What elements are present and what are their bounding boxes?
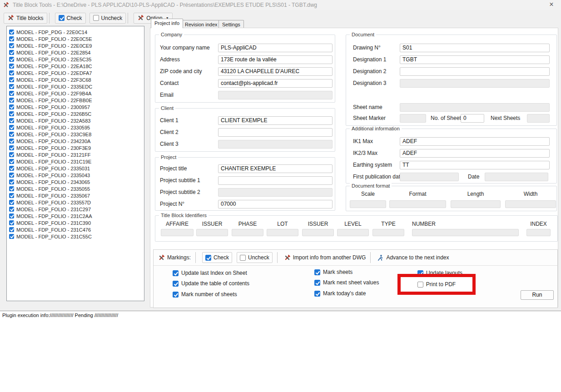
model-checkbox[interactable] xyxy=(9,166,14,171)
model-checkbox[interactable] xyxy=(9,30,14,35)
model-checkbox[interactable] xyxy=(9,70,14,75)
close-icon[interactable]: × xyxy=(546,0,556,10)
model-checkbox[interactable] xyxy=(9,125,14,130)
checkbox-update-toc[interactable] xyxy=(173,281,179,287)
model-list-item[interactable]: MODEL - FDP_FOLIO - 231C390 xyxy=(7,219,144,226)
model-list-item[interactable]: MODEL - FDP_FOLIO - 22E0C5E xyxy=(7,35,144,42)
ik1-max-input[interactable]: ADEF xyxy=(400,137,550,146)
option-update-toc[interactable]: Update the table of contents xyxy=(173,280,249,287)
checkbox-mark-sheets[interactable] xyxy=(314,269,320,275)
model-list-item[interactable]: MODEL - FDP_FOLIO - 2335043 xyxy=(7,172,144,179)
drawing-number-input[interactable]: S01 xyxy=(400,44,550,52)
ik23-max-input[interactable]: ADEF xyxy=(400,149,550,158)
model-checkbox[interactable] xyxy=(9,104,14,109)
model-checkbox[interactable] xyxy=(9,186,14,191)
model-checkbox[interactable] xyxy=(9,227,14,232)
check-all-button[interactable]: Check xyxy=(55,13,86,24)
model-list[interactable]: MODEL - FDP_PDG - 22E0C14MODEL - FDP_FOL… xyxy=(6,26,144,301)
model-list-item[interactable]: MODEL - FDP_FOLIO - 234230A xyxy=(7,138,144,144)
model-list-item[interactable]: MODEL - FDP_FOLIO - 22EDFA7 xyxy=(7,69,144,76)
client2-input[interactable] xyxy=(218,128,333,137)
model-list-item[interactable]: MODEL - FDP_FOLIO - 2300957 xyxy=(7,104,144,110)
model-list-item[interactable]: MODEL - FDP_FOLIO - 2335067 xyxy=(7,192,144,199)
model-list-item[interactable]: MODEL - FDP_FOLIO - 2326B5C xyxy=(7,110,144,117)
model-list-item[interactable]: MODEL - FDP_FOLIO - 2335031 xyxy=(7,165,144,172)
model-list-item[interactable]: MODEL - FDP_FOLIO - 22E5C35 xyxy=(7,56,144,63)
model-checkbox[interactable] xyxy=(9,207,14,212)
address-input[interactable]: 173E route de la vallée xyxy=(218,55,333,64)
project-subtitle1-input[interactable] xyxy=(218,176,333,185)
model-list-item[interactable]: MODEL - FDP_FOLIO - 231C476 xyxy=(7,226,144,233)
model-checkbox[interactable] xyxy=(9,159,14,164)
model-checkbox[interactable] xyxy=(9,64,14,69)
model-list-item[interactable]: MODEL - FDP_FOLIO - 2343065 xyxy=(7,179,144,185)
option-mark-number-of-sheets[interactable]: Mark number of sheets xyxy=(173,291,237,298)
uncheck-all-checkbox[interactable] xyxy=(93,15,99,21)
model-checkbox[interactable] xyxy=(9,152,14,157)
model-checkbox[interactable] xyxy=(9,200,14,205)
model-checkbox[interactable] xyxy=(9,77,14,82)
no-of-sheets-input[interactable]: 0 xyxy=(461,114,484,123)
model-checkbox[interactable] xyxy=(9,84,14,89)
model-list-item[interactable]: MODEL - FDP_FOLIO - 2335EDC xyxy=(7,83,144,90)
option-mark-todays-date[interactable]: Mark today's date xyxy=(314,290,366,297)
model-checkbox[interactable] xyxy=(9,179,14,184)
model-list-item[interactable]: MODEL - FDP_FOLIO - 2330595 xyxy=(7,124,144,131)
checkbox-mark-next-sheet-values[interactable] xyxy=(314,280,320,286)
model-list-item[interactable]: MODEL - FDP_FOLIO - 233C9E8 xyxy=(7,131,144,138)
model-list-item[interactable]: MODEL - FDP_FOLIO - 22EA18C xyxy=(7,63,144,69)
model-list-item[interactable]: MODEL - FDP_FOLIO - 230F3E9 xyxy=(7,144,144,151)
model-checkbox[interactable] xyxy=(9,43,14,48)
contact-input[interactable]: contact@pls-applicad.fr xyxy=(218,79,333,88)
earthing-system-input[interactable]: TT xyxy=(400,161,550,169)
model-list-item[interactable]: MODEL - FDP_FOLIO - 231C19E xyxy=(7,158,144,165)
run-button[interactable]: Run xyxy=(521,290,554,300)
option-update-last-index[interactable]: Update last Index on Sheet xyxy=(173,270,247,276)
project-title-input[interactable]: CHANTIER EXEMPLE xyxy=(218,164,333,173)
model-checkbox[interactable] xyxy=(9,57,14,62)
markings-uncheck-checkbox[interactable] xyxy=(240,255,246,261)
designation2-input[interactable] xyxy=(400,67,550,76)
checkbox-print-to-pdf[interactable] xyxy=(417,282,423,288)
model-list-item[interactable]: MODEL - FDP_FOLIO - 22F3C68 xyxy=(7,76,144,83)
model-list-item[interactable]: MODEL - FDP_PDG - 22E0C14 xyxy=(7,29,144,35)
uncheck-all-button[interactable]: Uncheck xyxy=(89,13,126,24)
model-list-item[interactable]: MODEL - FDP_FOLIO - 231C55C xyxy=(7,233,144,240)
checkbox-mark-todays-date[interactable] xyxy=(314,291,320,297)
model-checkbox[interactable] xyxy=(9,132,14,137)
model-checkbox[interactable] xyxy=(9,91,14,96)
model-checkbox[interactable] xyxy=(9,213,14,218)
model-list-item[interactable]: MODEL - FDP_FOLIO - 23121FF xyxy=(7,151,144,158)
model-list-item[interactable]: MODEL - FDP_FOLIO - 22FBB0E xyxy=(7,97,144,104)
company-name-input[interactable]: PLS-AppliCAD xyxy=(218,44,333,52)
model-checkbox[interactable] xyxy=(9,193,14,198)
import-info-button[interactable]: Import info from another DWG xyxy=(284,254,366,261)
client1-input[interactable]: CLIENT EXEMPLE xyxy=(218,116,333,125)
model-list-item[interactable]: MODEL - FDP_FOLIO - 22E0CE9 xyxy=(7,42,144,49)
checkbox-mark-number-of-sheets[interactable] xyxy=(173,292,179,298)
model-list-item[interactable]: MODEL - FDP_FOLIO - 22E2854 xyxy=(7,49,144,56)
checkbox-update-last-index[interactable] xyxy=(173,270,179,276)
model-checkbox[interactable] xyxy=(9,50,14,55)
model-list-item[interactable]: MODEL - FDP_FOLIO - 233557D xyxy=(7,199,144,206)
model-list-item[interactable]: MODEL - FDP_FOLIO - 231C2AA xyxy=(7,213,144,219)
model-checkbox[interactable] xyxy=(9,234,14,239)
option-mark-sheets[interactable]: Mark sheets xyxy=(314,269,352,275)
model-checkbox[interactable] xyxy=(9,118,14,123)
markings-check-button[interactable]: Check xyxy=(202,252,232,263)
model-checkbox[interactable] xyxy=(9,111,14,116)
zip-city-input[interactable]: 43120 LA CHAPELLE D'AUREC xyxy=(218,67,333,76)
model-list-item[interactable]: MODEL - FDP_FOLIO - 2335055 xyxy=(7,185,144,192)
markings-check-checkbox[interactable] xyxy=(205,255,211,261)
model-checkbox[interactable] xyxy=(9,139,14,144)
advance-index-button[interactable]: Advance to the next index xyxy=(377,254,449,261)
model-checkbox[interactable] xyxy=(9,173,14,178)
model-checkbox[interactable] xyxy=(9,145,14,150)
model-list-item[interactable]: MODEL - FDP_FOLIO - 232A583 xyxy=(7,117,144,124)
model-list-item[interactable]: MODEL - FDP_FOLIO - 22F9B4A xyxy=(7,90,144,97)
model-checkbox[interactable] xyxy=(9,36,14,41)
model-checkbox[interactable] xyxy=(9,220,14,225)
model-list-item[interactable]: MODEL - FDP_FOLIO - 231C297 xyxy=(7,206,144,213)
model-checkbox[interactable] xyxy=(9,98,14,103)
title-blocks-button[interactable]: Title blocks xyxy=(4,13,47,24)
